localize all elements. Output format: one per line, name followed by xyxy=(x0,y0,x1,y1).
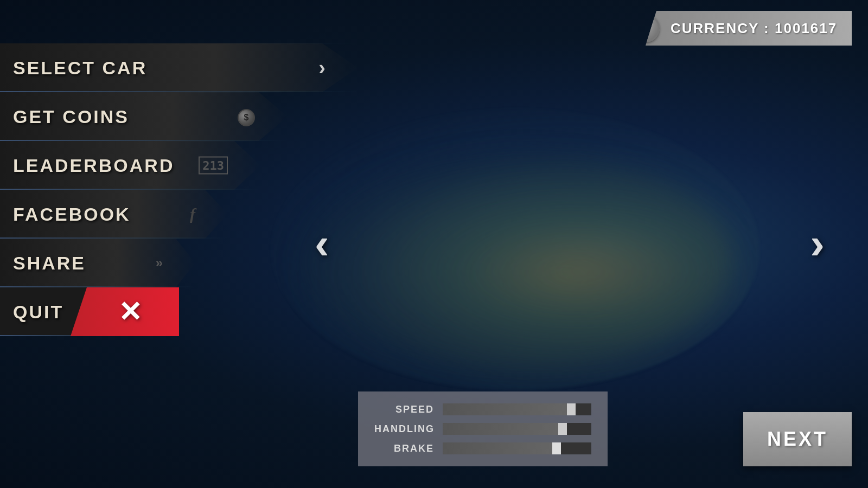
sidebar-item-facebook[interactable]: FACEBOOK f xyxy=(0,190,228,239)
brake-label: BRAKE xyxy=(374,443,434,454)
handling-bar-indicator xyxy=(558,423,567,435)
next-button[interactable]: NEXT xyxy=(743,412,852,466)
share-label: SHARE xyxy=(0,253,86,274)
speed-bar-fill xyxy=(443,403,573,415)
sidebar-item-quit[interactable]: QUIT ✕ xyxy=(0,287,179,336)
quit-label: QUIT xyxy=(0,301,63,323)
select-car-label: SELECT CAR xyxy=(0,57,147,79)
get-coins-label: GET COINS xyxy=(0,106,129,127)
car-silhouette xyxy=(298,152,732,369)
speed-bar-bg xyxy=(443,403,591,415)
stat-row-brake: BRAKE xyxy=(374,442,591,454)
next-button-label: NEXT xyxy=(767,428,828,451)
select-car-arrow-icon: › xyxy=(318,56,326,80)
sidebar-item-leaderboard[interactable]: LEADERBOARD 213 xyxy=(0,141,260,190)
brake-bar-fill xyxy=(443,442,559,454)
sidebar-menu: SELECT CAR › GET COINS $ LEADERBOARD 213… xyxy=(0,43,358,336)
sidebar-item-share[interactable]: SHARE » xyxy=(0,239,195,287)
stat-row-speed: SPEED xyxy=(374,403,591,415)
brake-bar-indicator xyxy=(552,442,561,454)
leaderboard-label: LEADERBOARD xyxy=(0,155,174,176)
sidebar-item-get-coins[interactable]: GET COINS $ xyxy=(0,92,288,141)
handling-bar-bg xyxy=(443,423,591,435)
stat-row-handling: HANDLING xyxy=(374,423,591,435)
speed-bar-indicator xyxy=(567,403,576,415)
quit-icon-box: ✕ xyxy=(71,287,179,336)
stats-panel: SPEED HANDLING BRAKE xyxy=(358,391,608,466)
share-icon: » xyxy=(156,255,163,271)
facebook-label: FACEBOOK xyxy=(0,204,131,225)
speed-label: SPEED xyxy=(374,404,434,415)
quit-x-icon: ✕ xyxy=(118,296,142,328)
leaderboard-icon: 213 xyxy=(199,157,228,175)
get-coins-coin-icon: $ xyxy=(238,107,255,126)
currency-badge: $ CURRENCY : 1001617 xyxy=(646,11,852,46)
handling-bar-fill xyxy=(443,423,565,435)
brake-bar-bg xyxy=(443,442,591,454)
sidebar-item-select-car[interactable]: SELECT CAR › xyxy=(0,43,358,92)
nav-arrow-left[interactable]: ‹ xyxy=(315,222,329,266)
nav-arrow-right[interactable]: › xyxy=(810,222,825,266)
handling-label: HANDLING xyxy=(374,423,434,435)
facebook-icon: f xyxy=(190,205,195,223)
currency-value: CURRENCY : 1001617 xyxy=(651,20,837,37)
